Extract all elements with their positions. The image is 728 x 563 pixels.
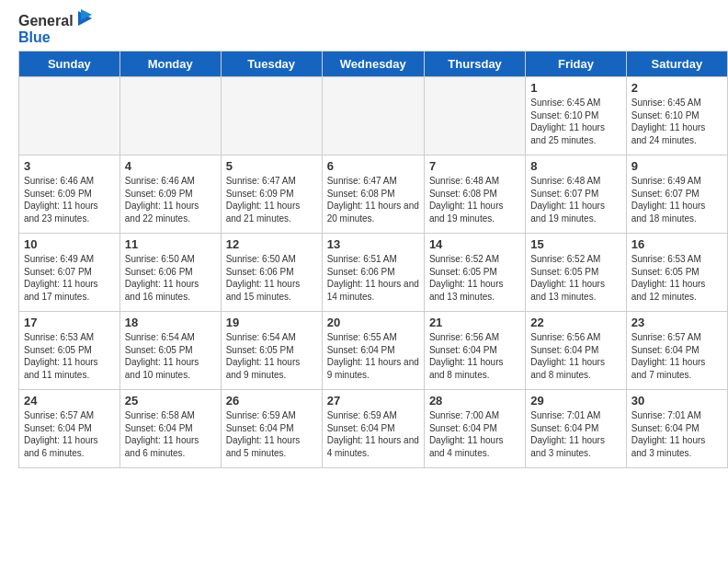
- day-number: 21: [429, 316, 520, 329]
- day-info: Sunrise: 6:52 AM Sunset: 6:05 PM Dayligh…: [429, 253, 520, 303]
- day-cell-30: 30Sunrise: 7:01 AM Sunset: 6:04 PM Dayli…: [626, 390, 727, 468]
- day-cell-12: 12Sunrise: 6:50 AM Sunset: 6:06 PM Dayli…: [221, 234, 322, 312]
- day-number: 27: [327, 394, 419, 408]
- logo: GeneralBlue: [18, 9, 101, 46]
- day-cell-3: 3Sunrise: 6:46 AM Sunset: 6:09 PM Daylig…: [19, 155, 120, 234]
- day-info: Sunrise: 6:47 AM Sunset: 6:08 PM Dayligh…: [327, 175, 419, 224]
- day-header-saturday: Saturday: [626, 52, 727, 77]
- day-number: 28: [429, 394, 520, 408]
- day-number: 22: [530, 316, 620, 329]
- day-cell-empty: [221, 77, 322, 155]
- day-number: 24: [24, 394, 115, 408]
- day-cell-1: 1Sunrise: 6:45 AM Sunset: 6:10 PM Daylig…: [526, 77, 626, 155]
- day-info: Sunrise: 6:48 AM Sunset: 6:07 PM Dayligh…: [530, 175, 620, 224]
- day-number: 30: [631, 394, 722, 408]
- day-info: Sunrise: 6:51 AM Sunset: 6:06 PM Dayligh…: [327, 253, 419, 303]
- day-cell-14: 14Sunrise: 6:52 AM Sunset: 6:05 PM Dayli…: [424, 234, 525, 312]
- svg-text:Blue: Blue: [18, 29, 51, 45]
- day-number: 19: [226, 316, 317, 329]
- day-info: Sunrise: 6:57 AM Sunset: 6:04 PM Dayligh…: [631, 331, 722, 381]
- day-number: 7: [429, 159, 520, 173]
- day-cell-19: 19Sunrise: 6:54 AM Sunset: 6:05 PM Dayli…: [221, 312, 322, 390]
- day-info: Sunrise: 6:48 AM Sunset: 6:08 PM Dayligh…: [429, 175, 520, 224]
- day-header-row: SundayMondayTuesdayWednesdayThursdayFrid…: [19, 52, 728, 77]
- day-cell-6: 6Sunrise: 6:47 AM Sunset: 6:08 PM Daylig…: [322, 155, 424, 234]
- day-info: Sunrise: 6:59 AM Sunset: 6:04 PM Dayligh…: [226, 409, 317, 459]
- header: GeneralBlue: [0, 0, 728, 51]
- day-info: Sunrise: 7:00 AM Sunset: 6:04 PM Dayligh…: [429, 409, 520, 459]
- day-cell-16: 16Sunrise: 6:53 AM Sunset: 6:05 PM Dayli…: [626, 234, 727, 312]
- day-number: 17: [24, 316, 115, 329]
- day-info: Sunrise: 6:46 AM Sunset: 6:09 PM Dayligh…: [125, 175, 216, 224]
- week-row-4: 17Sunrise: 6:53 AM Sunset: 6:05 PM Dayli…: [19, 312, 728, 390]
- day-cell-21: 21Sunrise: 6:56 AM Sunset: 6:04 PM Dayli…: [424, 312, 525, 390]
- day-cell-empty: [424, 77, 525, 155]
- day-info: Sunrise: 7:01 AM Sunset: 6:04 PM Dayligh…: [631, 409, 722, 459]
- day-number: 4: [125, 159, 216, 173]
- day-header-friday: Friday: [526, 52, 626, 77]
- calendar-table: SundayMondayTuesdayWednesdayThursdayFrid…: [18, 51, 728, 468]
- day-cell-22: 22Sunrise: 6:56 AM Sunset: 6:04 PM Dayli…: [526, 312, 626, 390]
- week-row-5: 24Sunrise: 6:57 AM Sunset: 6:04 PM Dayli…: [19, 390, 728, 468]
- day-number: 8: [530, 159, 620, 173]
- day-number: 12: [226, 237, 317, 251]
- day-number: 5: [226, 159, 317, 173]
- day-number: 9: [631, 159, 722, 173]
- day-info: Sunrise: 6:50 AM Sunset: 6:06 PM Dayligh…: [226, 253, 317, 303]
- day-cell-15: 15Sunrise: 6:52 AM Sunset: 6:05 PM Dayli…: [526, 234, 626, 312]
- day-number: 2: [631, 81, 722, 95]
- day-cell-28: 28Sunrise: 7:00 AM Sunset: 6:04 PM Dayli…: [424, 390, 525, 468]
- day-number: 23: [631, 316, 722, 329]
- day-number: 20: [327, 316, 419, 329]
- day-info: Sunrise: 6:50 AM Sunset: 6:06 PM Dayligh…: [125, 253, 216, 303]
- day-info: Sunrise: 6:57 AM Sunset: 6:04 PM Dayligh…: [24, 409, 115, 459]
- day-cell-8: 8Sunrise: 6:48 AM Sunset: 6:07 PM Daylig…: [526, 155, 626, 234]
- day-cell-29: 29Sunrise: 7:01 AM Sunset: 6:04 PM Dayli…: [526, 390, 626, 468]
- day-cell-9: 9Sunrise: 6:49 AM Sunset: 6:07 PM Daylig…: [626, 155, 727, 234]
- day-info: Sunrise: 6:54 AM Sunset: 6:05 PM Dayligh…: [226, 331, 317, 381]
- day-number: 16: [631, 237, 722, 251]
- day-info: Sunrise: 6:56 AM Sunset: 6:04 PM Dayligh…: [530, 331, 620, 381]
- day-info: Sunrise: 6:46 AM Sunset: 6:09 PM Dayligh…: [24, 175, 115, 224]
- day-cell-25: 25Sunrise: 6:58 AM Sunset: 6:04 PM Dayli…: [119, 390, 221, 468]
- day-cell-7: 7Sunrise: 6:48 AM Sunset: 6:08 PM Daylig…: [424, 155, 525, 234]
- day-info: Sunrise: 6:53 AM Sunset: 6:05 PM Dayligh…: [24, 331, 115, 381]
- day-cell-4: 4Sunrise: 6:46 AM Sunset: 6:09 PM Daylig…: [119, 155, 221, 234]
- week-row-3: 10Sunrise: 6:49 AM Sunset: 6:07 PM Dayli…: [19, 234, 728, 312]
- day-info: Sunrise: 6:59 AM Sunset: 6:04 PM Dayligh…: [327, 409, 419, 459]
- day-number: 15: [530, 237, 620, 251]
- day-info: Sunrise: 6:47 AM Sunset: 6:09 PM Dayligh…: [226, 175, 317, 224]
- day-cell-18: 18Sunrise: 6:54 AM Sunset: 6:05 PM Dayli…: [119, 312, 221, 390]
- day-cell-5: 5Sunrise: 6:47 AM Sunset: 6:09 PM Daylig…: [221, 155, 322, 234]
- day-number: 3: [24, 159, 115, 173]
- week-row-1: 1Sunrise: 6:45 AM Sunset: 6:10 PM Daylig…: [19, 77, 728, 155]
- day-info: Sunrise: 6:55 AM Sunset: 6:04 PM Dayligh…: [327, 331, 419, 381]
- day-header-thursday: Thursday: [424, 52, 525, 77]
- day-number: 11: [125, 237, 216, 251]
- day-number: 29: [530, 394, 620, 408]
- day-number: 10: [24, 237, 115, 251]
- calendar-wrapper: SundayMondayTuesdayWednesdayThursdayFrid…: [0, 51, 728, 477]
- day-number: 26: [226, 394, 317, 408]
- day-info: Sunrise: 6:45 AM Sunset: 6:10 PM Dayligh…: [530, 97, 620, 146]
- logo-svg: GeneralBlue: [18, 9, 101, 46]
- day-cell-empty: [322, 77, 424, 155]
- day-cell-17: 17Sunrise: 6:53 AM Sunset: 6:05 PM Dayli…: [19, 312, 120, 390]
- day-number: 14: [429, 237, 520, 251]
- day-cell-empty: [19, 77, 120, 155]
- day-header-wednesday: Wednesday: [322, 52, 424, 77]
- day-cell-2: 2Sunrise: 6:45 AM Sunset: 6:10 PM Daylig…: [626, 77, 727, 155]
- day-number: 25: [125, 394, 216, 408]
- day-number: 1: [530, 81, 620, 95]
- day-number: 6: [327, 159, 419, 173]
- day-cell-empty: [119, 77, 221, 155]
- day-header-monday: Monday: [119, 52, 221, 77]
- day-info: Sunrise: 6:56 AM Sunset: 6:04 PM Dayligh…: [429, 331, 520, 381]
- day-cell-27: 27Sunrise: 6:59 AM Sunset: 6:04 PM Dayli…: [322, 390, 424, 468]
- day-header-tuesday: Tuesday: [221, 52, 322, 77]
- day-info: Sunrise: 6:54 AM Sunset: 6:05 PM Dayligh…: [125, 331, 216, 381]
- day-info: Sunrise: 6:52 AM Sunset: 6:05 PM Dayligh…: [530, 253, 620, 303]
- day-header-sunday: Sunday: [19, 52, 120, 77]
- day-info: Sunrise: 7:01 AM Sunset: 6:04 PM Dayligh…: [530, 409, 620, 459]
- day-number: 18: [125, 316, 216, 329]
